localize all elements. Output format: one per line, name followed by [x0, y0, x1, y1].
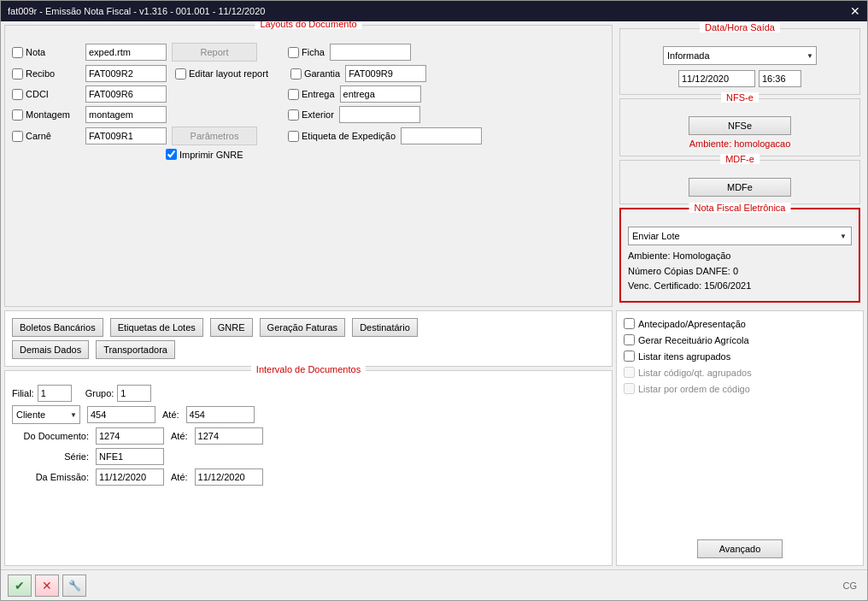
mdfe-group: MDF-e MDFe: [619, 160, 860, 204]
boletos-button[interactable]: Boletos Bancários: [12, 318, 103, 337]
emissao-label: Da Emissão:: [12, 472, 89, 482]
nfe-action-select[interactable]: Enviar Lote Consultar Cancelar Inutiliza…: [628, 227, 852, 245]
montagem-input[interactable]: [85, 106, 167, 123]
grupo-input[interactable]: [117, 385, 151, 402]
settings-button[interactable]: 🔧: [62, 574, 86, 597]
listar-ordem-label: Listar por ordem de código: [638, 384, 750, 394]
etiqueta-label: Etiqueta de Expedição: [302, 131, 396, 141]
settings-icon: 🔧: [68, 580, 81, 592]
cdci-label: CDCI: [26, 89, 49, 99]
time-input[interactable]: [759, 70, 801, 87]
receituario-checkbox[interactable]: [624, 334, 635, 345]
emissao-de-input[interactable]: [96, 468, 164, 486]
action-buttons-panel: Boletos Bancários Etiquetas de Lotes GNR…: [4, 310, 613, 367]
emissao-ate-input[interactable]: [195, 468, 263, 486]
recibo-checkbox[interactable]: [12, 68, 23, 80]
informada-select-wrapper[interactable]: Informada Sistema Emissão: [663, 46, 817, 65]
nfe-group: Nota Fiscal Eletrônica Enviar Lote Consu…: [619, 208, 860, 303]
garantia-checkbox[interactable]: [290, 68, 302, 80]
nfe-info: Ambiente: Homologação Número Cópias DANF…: [628, 249, 852, 294]
cdci-input[interactable]: [85, 85, 167, 103]
date-input[interactable]: [678, 70, 755, 87]
etiqueta-checkbox[interactable]: [288, 131, 299, 142]
copies-value: 0: [733, 266, 738, 276]
filial-input[interactable]: [38, 385, 72, 402]
informada-select[interactable]: Informada Sistema Emissão: [663, 46, 817, 65]
geracao-faturas-button[interactable]: Geração Faturas: [260, 318, 346, 337]
parametros-button: Parâmetros: [172, 127, 257, 145]
editar-layout-checkbox[interactable]: [175, 68, 186, 80]
date-time-row: [678, 70, 801, 87]
cdci-checkbox[interactable]: [12, 89, 23, 100]
entrega-input[interactable]: [340, 85, 421, 103]
nfse-group: NFS-e NFSe Ambiente: homologacao: [619, 98, 860, 156]
right-panel: Data/Hora Saída Informada Sistema Emissã…: [616, 25, 864, 307]
destinatario-button[interactable]: Destinatário: [352, 318, 418, 337]
window-title: fat009r - Emissão Nota Fiscal - v1.316 -…: [8, 6, 265, 16]
nfse-button[interactable]: NFSe: [689, 116, 791, 135]
doc-de-input[interactable]: [96, 427, 164, 445]
layout-row-recibo: Recibo Editar layout report Garantia: [12, 65, 605, 82]
serie-label: Série:: [12, 451, 89, 462]
avancado-button[interactable]: Avançado: [697, 539, 783, 558]
layout-row-carne: Carnê Parâmetros Etiqueta de Expedição: [12, 127, 605, 145]
tipo-de-input[interactable]: [87, 406, 155, 423]
main-window: fat009r - Emissão Nota Fiscal - v1.316 -…: [0, 0, 868, 601]
etiqueta-input[interactable]: [401, 127, 482, 144]
content-area: Layouts do Documento Nota Report: [1, 21, 867, 569]
editar-layout-label: Editar layout report: [189, 68, 268, 79]
doc-label: Do Documento:: [12, 431, 89, 441]
doc-ate-input[interactable]: [195, 427, 263, 445]
gnre-button[interactable]: GNRE: [210, 318, 253, 337]
filial-label: Filial:: [12, 388, 34, 398]
nfe-ambiente: Ambiente: Homologação: [628, 249, 852, 264]
exterior-checkbox[interactable]: [288, 109, 299, 121]
imprimir-gnre-label: Imprimir GNRE: [179, 150, 243, 160]
receituario-label: Gerar Receituário Agrícola: [638, 335, 749, 345]
nfse-title: NFS-e: [721, 92, 759, 103]
carne-input[interactable]: [85, 127, 167, 144]
listar-itens-label: Listar itens agrupados: [638, 351, 730, 362]
tipo-ate-input[interactable]: [186, 406, 255, 423]
antecipado-item: Antecipado/Apresentação: [624, 318, 856, 329]
garantia-input[interactable]: [345, 65, 426, 82]
ficha-input[interactable]: [330, 44, 411, 61]
layouts-group: Layouts do Documento Nota Report: [4, 25, 613, 307]
action-btn-row2: Demais Dados Transportadora: [12, 340, 605, 359]
tipo-select-wrapper[interactable]: Cliente Fornecedor: [12, 405, 80, 424]
transportadora-button[interactable]: Transportadora: [96, 340, 175, 359]
ficha-checkbox[interactable]: [288, 47, 299, 58]
antecipado-checkbox[interactable]: [624, 318, 635, 329]
tipo-select[interactable]: Cliente Fornecedor: [12, 405, 80, 424]
mdfe-button[interactable]: MDFe: [689, 178, 791, 197]
cancel-button[interactable]: ✕: [35, 574, 59, 597]
listar-itens-checkbox[interactable]: [624, 351, 635, 362]
imprimir-gnre-checkbox[interactable]: [166, 149, 177, 160]
top-row: Layouts do Documento Nota Report: [4, 25, 864, 307]
entrega-checkbox[interactable]: [288, 89, 299, 100]
nota-checkbox[interactable]: [12, 47, 23, 58]
close-button[interactable]: ✕: [850, 4, 860, 18]
recibo-input[interactable]: [85, 65, 167, 82]
exterior-label: Exterior: [302, 109, 334, 120]
layout-row-montagem: Montagem Exterior: [12, 106, 605, 123]
demais-dados-button[interactable]: Demais Dados: [12, 340, 89, 359]
confirm-button[interactable]: ✔: [8, 574, 32, 597]
etiquetas-button[interactable]: Etiquetas de Lotes: [110, 318, 203, 337]
ate-label1: Até:: [162, 410, 179, 420]
grupo-label: Grupo:: [85, 388, 114, 398]
nfe-copies: Número Cópias DANFE: 0: [628, 264, 852, 280]
layouts-panel: Layouts do Documento Nota Report: [4, 25, 613, 307]
exterior-input[interactable]: [339, 106, 420, 123]
serie-input[interactable]: [96, 448, 164, 465]
carne-checkbox[interactable]: [12, 131, 23, 142]
listar-codigo-item: Listar código/qt. agrupados: [624, 367, 856, 378]
nfe-dropdown-wrapper[interactable]: Enviar Lote Consultar Cancelar Inutiliza…: [628, 227, 852, 245]
ate-label3: Até:: [171, 472, 188, 482]
title-bar: fat009r - Emissão Nota Fiscal - v1.316 -…: [1, 1, 867, 21]
montagem-checkbox[interactable]: [12, 109, 23, 121]
report-button: Report: [172, 43, 257, 62]
data-hora-title: Data/Hora Saída: [700, 22, 780, 32]
ate-label2: Até:: [171, 431, 188, 441]
nota-input[interactable]: [85, 44, 167, 61]
